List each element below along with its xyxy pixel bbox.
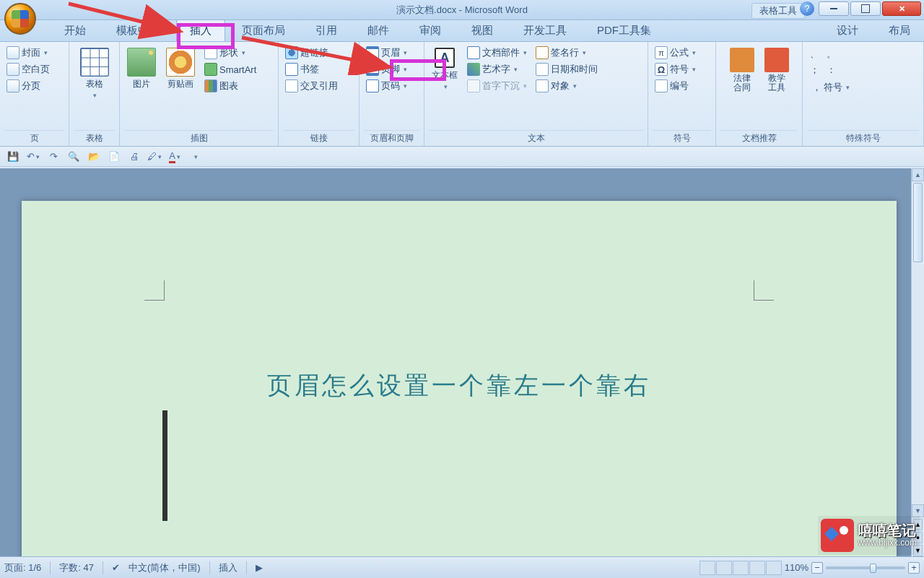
vertical-scrollbar[interactable]: ▲ ▼ ▲ ● ▼ bbox=[911, 168, 924, 556]
scroll-thumb[interactable] bbox=[913, 183, 923, 262]
tab-insert[interactable]: 插入 bbox=[176, 20, 225, 41]
open-button[interactable]: 📂 bbox=[87, 150, 101, 164]
equation-button[interactable]: π公式▾ bbox=[653, 45, 698, 61]
zoom-slider-thumb[interactable] bbox=[870, 564, 876, 573]
group-hf-label: 页眉和页脚 bbox=[364, 130, 419, 146]
document-table[interactable] bbox=[162, 410, 167, 521]
header-button[interactable]: 页眉▾ bbox=[364, 45, 409, 61]
view-buttons bbox=[699, 561, 782, 575]
font-color-tool[interactable]: A▾ bbox=[167, 150, 182, 164]
insert-mode[interactable]: 插入 bbox=[219, 561, 237, 574]
wordart-button[interactable]: 艺术字▾ bbox=[465, 61, 529, 77]
spec-char[interactable]: 。 bbox=[827, 48, 836, 61]
proofing-icon[interactable]: ✔ bbox=[112, 562, 120, 573]
outline-view[interactable] bbox=[749, 561, 765, 575]
shapes-icon bbox=[204, 46, 217, 59]
zoom-in-button[interactable]: + bbox=[908, 562, 920, 574]
teach-template-button[interactable]: 教学 工具 bbox=[762, 45, 792, 95]
quick-access-toolbar: 💾 ↶▾ ↷ 🔍 📂 📄 🖨 🖊▾ A▾ ▾ bbox=[0, 147, 924, 167]
object-button[interactable]: 对象▾ bbox=[533, 78, 600, 94]
tab-home[interactable]: 开始 bbox=[51, 20, 100, 41]
page-indicator[interactable]: 页面: 1/6 bbox=[4, 561, 41, 574]
tab-references[interactable]: 引用 bbox=[302, 20, 351, 41]
macro-icon[interactable]: ▶ bbox=[256, 562, 263, 573]
tab-template[interactable]: 模板中心 bbox=[103, 20, 173, 41]
draft-view[interactable] bbox=[766, 561, 782, 575]
smartart-icon bbox=[204, 63, 217, 76]
symbol-icon: Ω bbox=[655, 63, 668, 76]
margin-mark-tl bbox=[144, 280, 165, 301]
scroll-up-button[interactable]: ▲ bbox=[912, 168, 924, 181]
document-area[interactable]: 页眉怎么设置一个靠左一个靠右 bbox=[0, 168, 911, 556]
group-rec-label: 文档推荐 bbox=[720, 130, 798, 146]
date-time-button[interactable]: 日期和时间 bbox=[533, 61, 600, 77]
page-number-button[interactable]: 页码▾ bbox=[364, 78, 409, 94]
print-button[interactable]: 🖨 bbox=[127, 150, 141, 164]
redo-button[interactable]: ↷ bbox=[46, 150, 61, 164]
tab-pdf[interactable]: PDF工具集 bbox=[583, 20, 665, 41]
new-button[interactable]: 📄 bbox=[107, 150, 121, 164]
page-break-button[interactable]: 分页 bbox=[4, 78, 52, 94]
shapes-button[interactable]: 形状▾ bbox=[202, 45, 258, 61]
smartart-button[interactable]: SmartArt bbox=[202, 61, 258, 77]
spec-char[interactable]: ； bbox=[810, 64, 819, 77]
cross-ref-button[interactable]: 交叉引用 bbox=[283, 78, 340, 94]
number-button[interactable]: 编号 bbox=[653, 78, 698, 94]
zoom-out-button[interactable]: − bbox=[811, 562, 823, 574]
preview-button[interactable]: 🔍 bbox=[66, 150, 81, 164]
spec-char[interactable]: ： bbox=[827, 64, 836, 77]
spec-char[interactable]: 、 bbox=[810, 48, 819, 61]
save-button[interactable]: 💾 bbox=[6, 150, 20, 164]
cover-page-button[interactable]: 封面▾ bbox=[4, 45, 52, 61]
tab-table-layout[interactable]: 布局 bbox=[875, 20, 924, 41]
group-tables-label: 表格 bbox=[74, 130, 115, 146]
zoom-label[interactable]: 110% bbox=[785, 562, 808, 573]
tab-view[interactable]: 视图 bbox=[458, 20, 507, 41]
language-indicator[interactable]: 中文(简体，中国) bbox=[128, 561, 201, 574]
print-layout-view[interactable] bbox=[699, 561, 715, 575]
word-count[interactable]: 字数: 47 bbox=[59, 561, 94, 574]
more-symbols-button[interactable]: ，符号▾ bbox=[810, 79, 852, 95]
zoom-slider-track[interactable] bbox=[826, 566, 905, 569]
hyperlink-button[interactable]: 超链接 bbox=[283, 45, 340, 61]
symbol-button[interactable]: Ω符号▾ bbox=[653, 61, 698, 77]
blank-page-button[interactable]: 空白页 bbox=[4, 61, 52, 77]
qat-customize[interactable]: ▾ bbox=[188, 150, 202, 164]
tab-design[interactable]: 设计 bbox=[823, 20, 872, 41]
close-button[interactable] bbox=[882, 1, 921, 16]
highlight-tool[interactable]: 🖊▾ bbox=[147, 150, 162, 164]
help-icon[interactable]: ? bbox=[800, 1, 814, 16]
undo-button[interactable]: ↶▾ bbox=[26, 150, 40, 164]
tab-review[interactable]: 审阅 bbox=[406, 20, 455, 41]
textbox-icon: A bbox=[435, 48, 455, 68]
maximize-button[interactable] bbox=[850, 1, 881, 16]
web-view[interactable] bbox=[733, 561, 749, 575]
insert-picture-button[interactable]: 图片 bbox=[124, 45, 159, 93]
document-heading[interactable]: 页眉怎么设置一个靠左一个靠右 bbox=[22, 369, 897, 402]
tab-mail[interactable]: 邮件 bbox=[354, 20, 403, 41]
group-links-label: 链接 bbox=[283, 130, 354, 146]
bookmark-button[interactable]: 书签 bbox=[283, 61, 340, 77]
office-button[interactable] bbox=[4, 3, 36, 35]
quick-parts-button[interactable]: 文档部件▾ bbox=[465, 45, 529, 61]
group-spec-label: 特殊符号 bbox=[807, 130, 919, 146]
tab-layout[interactable]: 页面布局 bbox=[228, 20, 299, 41]
tab-dev[interactable]: 开发工具 bbox=[510, 20, 580, 41]
fullscreen-view[interactable] bbox=[716, 561, 732, 575]
watermark: 嘻嘻笔记 www.bijixx.com bbox=[818, 516, 920, 555]
chart-icon bbox=[204, 79, 217, 92]
clipart-button[interactable]: 剪贴画 bbox=[163, 45, 198, 93]
law-template-button[interactable]: 法律 合同 bbox=[727, 45, 757, 95]
drop-cap-button[interactable]: 首字下沉▾ bbox=[465, 78, 529, 94]
signature-button[interactable]: 签名行▾ bbox=[533, 45, 600, 61]
minimize-button[interactable] bbox=[819, 1, 849, 16]
law-icon bbox=[730, 48, 754, 72]
chart-button[interactable]: 图表 bbox=[202, 78, 258, 94]
dropcap-icon bbox=[467, 79, 480, 92]
watermark-title: 嘻嘻笔记 bbox=[858, 522, 917, 538]
textbox-button[interactable]: A文本框▾ bbox=[429, 45, 461, 93]
break-icon bbox=[6, 79, 19, 92]
insert-table-button[interactable]: 表格▾ bbox=[77, 45, 112, 102]
footer-button[interactable]: 页脚▾ bbox=[364, 61, 409, 77]
window-controls: ? bbox=[800, 1, 921, 16]
